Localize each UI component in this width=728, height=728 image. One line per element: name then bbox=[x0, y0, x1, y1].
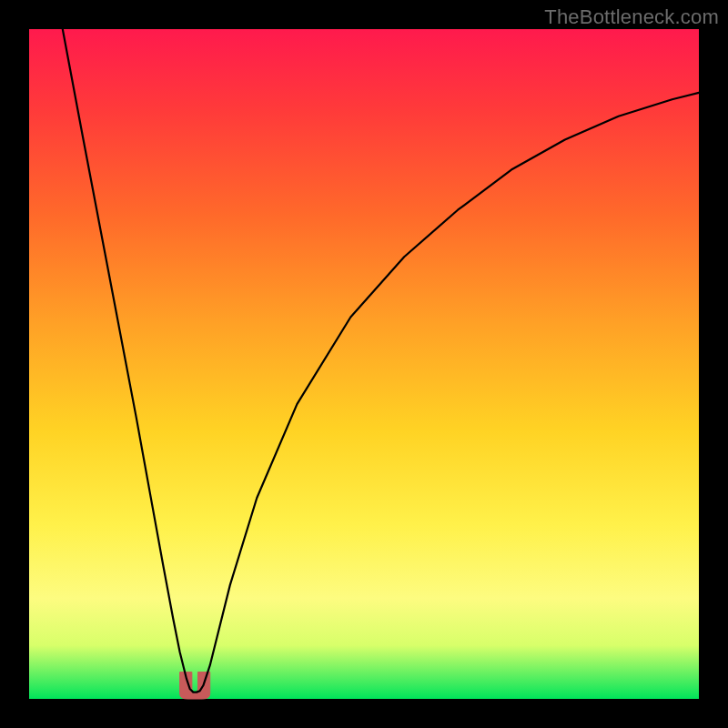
bottleneck-curve bbox=[63, 29, 699, 693]
watermark-label: TheBottleneck.com bbox=[544, 5, 719, 29]
chart-frame: TheBottleneck.com bbox=[0, 0, 728, 728]
chart-svg bbox=[29, 29, 699, 699]
chart-plot-area bbox=[29, 29, 699, 699]
